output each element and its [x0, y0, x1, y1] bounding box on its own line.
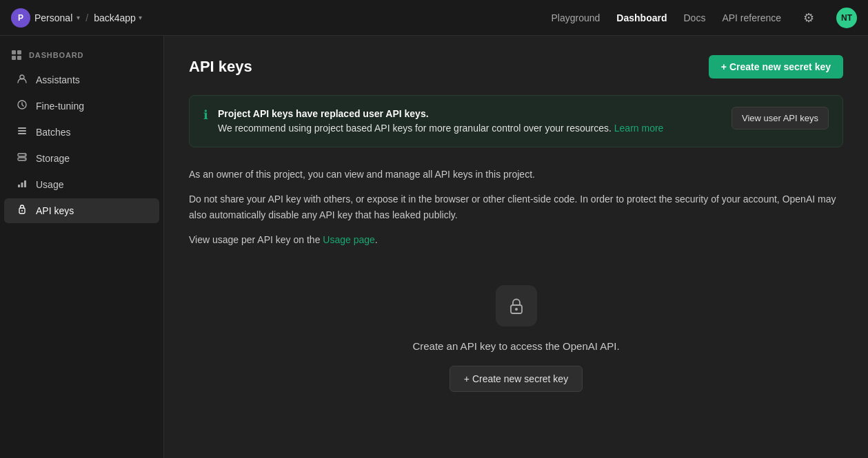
lock-icon	[496, 285, 537, 326]
empty-state: Create an API key to access the OpenAI A…	[189, 258, 843, 406]
user-avatar[interactable]: NT	[836, 8, 857, 28]
usage-page-link[interactable]: Usage page	[323, 234, 375, 245]
top-navigation: P Personal ▾ / back4app ▾ Playground Das…	[0, 0, 868, 36]
body-layout: DASHBOARD Assistants Fine-tuning	[0, 36, 868, 458]
nav-dashboard[interactable]: Dashboard	[616, 12, 667, 23]
svg-rect-7	[18, 130, 26, 132]
notice-content: ℹ Project API keys have replaced user AP…	[203, 107, 663, 136]
sidebar-item-api-keys-label: API keys	[36, 205, 74, 216]
svg-point-11	[25, 154, 26, 156]
description-1: As an owner of this project, you can vie…	[189, 167, 843, 182]
dashboard-icon	[11, 50, 22, 61]
notice-text: Project API keys have replaced user API …	[218, 107, 663, 136]
create-secret-key-button-center[interactable]: + Create new secret key	[450, 366, 583, 392]
svg-rect-3	[17, 56, 21, 60]
page-title: API keys	[189, 58, 252, 76]
svg-rect-6	[18, 127, 26, 129]
batches-icon	[15, 125, 29, 139]
notice-title: Project API keys have replaced user API …	[218, 108, 429, 119]
svg-point-12	[25, 158, 26, 160]
fine-tuning-icon	[15, 99, 29, 113]
breadcrumb-separator: /	[85, 12, 88, 23]
sidebar-item-assistants-label: Assistants	[36, 74, 80, 85]
api-keys-icon	[15, 204, 29, 218]
empty-state-text: Create an API key to access the OpenAI A…	[412, 340, 619, 352]
svg-rect-0	[12, 50, 16, 54]
main-content: API keys + Create new secret key ℹ Proje…	[164, 36, 868, 458]
sidebar-item-storage-label: Storage	[36, 153, 70, 164]
svg-point-19	[515, 308, 518, 311]
sidebar-item-usage-label: Usage	[36, 179, 63, 190]
main-header: API keys + Create new secret key	[189, 55, 843, 79]
sidebar-item-batches-label: Batches	[36, 127, 71, 138]
svg-rect-14	[21, 183, 23, 187]
notice-body: We recommend using project based API key…	[218, 123, 612, 134]
nav-api-reference[interactable]: API reference	[722, 12, 781, 23]
description-2: Do not share your API key with others, o…	[189, 191, 843, 222]
svg-rect-15	[24, 180, 26, 187]
sidebar-item-usage[interactable]: Usage	[4, 172, 159, 197]
svg-point-17	[21, 210, 23, 211]
info-icon: ℹ	[203, 107, 208, 123]
svg-rect-13	[18, 185, 20, 187]
nav-playground[interactable]: Playground	[552, 12, 600, 23]
nav-docs[interactable]: Docs	[683, 12, 705, 23]
sidebar-item-storage[interactable]: Storage	[4, 146, 159, 171]
create-secret-key-button-top[interactable]: + Create new secret key	[709, 55, 843, 79]
lock-svg-icon	[507, 296, 526, 315]
svg-rect-8	[18, 133, 26, 134]
breadcrumb: P Personal ▾ / back4app ▾	[11, 8, 142, 28]
settings-icon[interactable]: ⚙	[798, 7, 820, 29]
svg-rect-2	[12, 56, 16, 60]
sidebar-item-assistants[interactable]: Assistants	[4, 67, 159, 92]
sidebar: DASHBOARD Assistants Fine-tuning	[0, 36, 164, 458]
view-user-api-keys-button[interactable]: View user API keys	[731, 107, 829, 129]
learn-more-link[interactable]: Learn more	[614, 123, 664, 134]
project-chevron-icon: ▾	[139, 14, 142, 21]
sidebar-item-api-keys[interactable]: API keys	[4, 198, 159, 223]
sidebar-item-fine-tuning[interactable]: Fine-tuning	[4, 94, 159, 118]
project-label[interactable]: back4app ▾	[94, 12, 142, 23]
personal-avatar[interactable]: P	[11, 8, 30, 28]
sidebar-item-batches[interactable]: Batches	[4, 120, 159, 145]
svg-rect-1	[17, 50, 21, 54]
personal-chevron-icon: ▾	[77, 14, 80, 21]
storage-icon	[15, 152, 29, 165]
sidebar-item-fine-tuning-label: Fine-tuning	[36, 101, 84, 112]
top-nav-links: Playground Dashboard Docs API reference …	[552, 7, 857, 29]
sidebar-section-dashboard: DASHBOARD	[0, 47, 163, 66]
personal-label[interactable]: Personal	[34, 12, 72, 23]
assistants-icon	[15, 73, 29, 87]
description-3: View usage per API key on the Usage page…	[189, 232, 843, 247]
notice-box: ℹ Project API keys have replaced user AP…	[189, 95, 843, 147]
usage-icon	[15, 178, 29, 191]
